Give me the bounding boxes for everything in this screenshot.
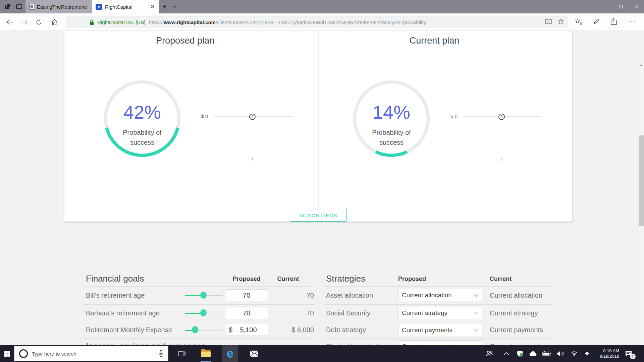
tab-close-icon[interactable]: ✕ [146, 4, 155, 10]
proposed-plan-title: Proposed plan [118, 36, 252, 46]
tab-rightcapital[interactable]: e RightCapital ✕ [92, 0, 159, 13]
task-view-button[interactable] [174, 345, 190, 362]
page-content: Proposed plan 42% Probability of success… [0, 31, 644, 345]
pdf-favicon-icon [30, 4, 34, 10]
action-center-button[interactable]: 1 [624, 345, 633, 362]
web-note-pen-icon[interactable] [593, 18, 600, 27]
goal-label: Retirement Monthly Expense [86, 326, 172, 334]
plan-slider-handle[interactable]: 0 [249, 114, 256, 120]
goal-label: Barbara’s retirement age [86, 309, 160, 317]
hub-favorites-icon[interactable] [575, 18, 582, 27]
scrollbar-up-icon[interactable]: ▲ [638, 62, 644, 67]
volume-icon[interactable] [555, 345, 565, 362]
share-icon[interactable] [610, 18, 617, 27]
chevron-down-icon [474, 294, 479, 297]
microphone-icon[interactable] [159, 350, 163, 357]
scrollbar-thumb[interactable] [639, 135, 644, 226]
windows-logo-icon [4, 351, 10, 357]
strategy-label: Debt strategy [326, 326, 366, 334]
taskbar-clock[interactable]: 8:18 AM 9/18/2018 [593, 345, 619, 362]
refresh-icon[interactable] [35, 18, 43, 26]
proposed-value-input[interactable]: $5,100 [225, 324, 268, 336]
minimize-button[interactable] [598, 0, 613, 13]
onedrive-cloud-icon[interactable] [529, 345, 538, 362]
proposed-value-input[interactable]: 70 [225, 289, 268, 301]
close-button[interactable] [629, 0, 644, 13]
strategy-current: Current allocation [490, 292, 542, 299]
probability-card: Proposed plan 42% Probability of success… [64, 31, 572, 222]
maximize-button[interactable] [613, 0, 629, 13]
column-header-proposed: Proposed [398, 276, 426, 283]
column-header-proposed: Proposed [226, 276, 267, 283]
strategy-label: Asset allocation [326, 292, 373, 299]
taskbar-search[interactable] [14, 346, 168, 361]
probability-label: Probability of [102, 129, 182, 136]
current-plan-title: Current plan [367, 36, 501, 46]
dropbox-icon[interactable]: ❖ [582, 345, 592, 362]
edge-browser-window: EasingTheRetirementCrisisM e RightCapita… [0, 0, 644, 362]
wifi-icon[interactable] [570, 345, 579, 362]
time-text: 8:18 AM [603, 348, 619, 354]
plan-axis-line [463, 158, 541, 158]
column-header-current: Current [490, 276, 512, 283]
tab-title: EasingTheRetirementCrisisM [37, 4, 87, 10]
search-input[interactable] [32, 351, 159, 357]
set-aside-tabs-view-icon[interactable] [5, 3, 11, 10]
strategy-select[interactable]: Current strategy [398, 307, 482, 319]
home-icon[interactable] [50, 18, 58, 26]
goal-slider-handle[interactable] [192, 326, 198, 333]
edge-icon: e [227, 348, 233, 360]
current-value: 70 [307, 292, 314, 299]
action-items-button[interactable]: ACTION ITEMS [290, 209, 347, 222]
file-explorer-icon [201, 350, 211, 357]
goal-label: Bill’s retirement age [86, 292, 145, 299]
page-scrollbar[interactable]: ▲ ▼ [638, 62, 644, 362]
certificate-name[interactable]: RightCapital Inc. [US] [97, 19, 145, 25]
favorite-star-icon[interactable] [558, 18, 564, 26]
current-probability-value: 14% [351, 101, 432, 123]
more-options-icon[interactable]: ··· [628, 18, 636, 27]
cortana-icon [19, 349, 28, 358]
tab-preview-chevron-icon[interactable] [172, 0, 176, 13]
strategy-select[interactable]: Current allocation [398, 289, 482, 301]
goal-slider-handle[interactable] [200, 309, 207, 316]
probability-label: Probability of [351, 129, 432, 136]
proposed-value-input[interactable]: 70 [225, 307, 268, 319]
file-explorer-button[interactable] [198, 345, 214, 362]
back-icon[interactable] [5, 18, 13, 26]
battery-icon[interactable] [542, 345, 551, 362]
tab-title: RightCapital [105, 4, 132, 10]
defender-shield-icon[interactable] [515, 345, 525, 362]
tab-pdf[interactable]: EasingTheRetirementCrisisM [25, 0, 91, 13]
new-tab-button[interactable]: + [162, 0, 167, 13]
current-value: 70 [307, 309, 314, 317]
proposed-probability-value: 42% [102, 101, 182, 123]
forward-icon[interactable] [20, 18, 28, 26]
plan-slider-handle[interactable]: 0 [498, 114, 505, 120]
people-icon[interactable] [485, 345, 494, 362]
mail-icon [250, 350, 259, 357]
windows-taskbar: e ❖ 8:18 AM 9/18/2018 [0, 345, 644, 362]
strategy-select[interactable]: Current payments [398, 324, 482, 336]
hidden-icons-chevron-icon[interactable] [502, 345, 511, 362]
column-header-current: Current [268, 276, 308, 283]
slider-min-label: $ 0 [437, 113, 458, 119]
reading-view-icon[interactable] [545, 19, 552, 25]
window-controls [598, 0, 644, 13]
url-text[interactable]: https://www.rightcapital.com/client/OnOH… [149, 19, 426, 25]
edge-taskbar-button[interactable]: e [222, 345, 238, 362]
probability-label: success [102, 139, 182, 146]
task-view-icon [178, 350, 186, 358]
strategy-current: Current strategy [490, 309, 538, 317]
goal-row: Retirement Monthly Expense $5,100 $ 6,00… [84, 322, 314, 338]
chevron-down-icon [474, 312, 479, 314]
plan-divider [318, 31, 319, 208]
start-button[interactable] [0, 345, 14, 362]
probability-label: success [351, 139, 432, 146]
slider-min-label: $ 0 [188, 113, 208, 119]
goal-slider-handle[interactable] [200, 292, 207, 299]
address-bar[interactable]: RightCapital Inc. [US] https://www.right… [66, 16, 568, 28]
set-tabs-aside-icon[interactable] [16, 3, 23, 10]
mail-button[interactable] [246, 345, 262, 362]
strategy-row: Social Security Current strategy Current… [324, 304, 552, 322]
